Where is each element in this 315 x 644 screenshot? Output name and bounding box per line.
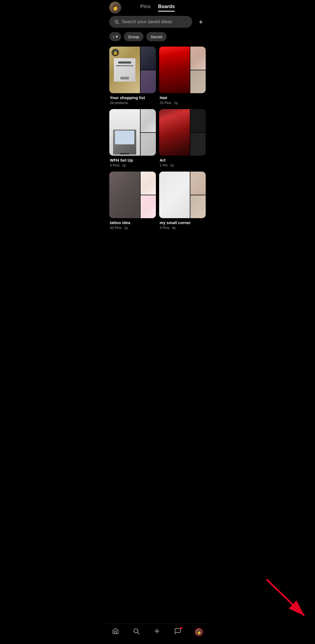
tab-pins[interactable]: Pins <box>140 4 150 11</box>
board-meta-vanity: 4 Pins 4y <box>160 226 205 230</box>
board-info-art: Art 1 Pin 2y <box>159 156 206 168</box>
nav-profile[interactable]: 👩 <box>192 627 206 637</box>
bottom-nav: 👩 <box>105 624 210 644</box>
board-img-hair-3 <box>190 70 206 93</box>
board-card-shopping[interactable]: 🔒 Your shopping list All products <box>109 47 156 106</box>
search-placeholder: Search your saved ideas <box>122 19 172 25</box>
secret-filter-chip[interactable]: Secret <box>146 32 166 41</box>
board-img-art-2 <box>190 109 206 132</box>
board-card-vanity[interactable]: my small corner 4 Pins 4y <box>159 172 206 231</box>
nav-home[interactable] <box>109 626 122 638</box>
group-filter-chip[interactable]: Group <box>124 32 144 41</box>
sort-dropdown-icon: ▾ <box>116 34 118 39</box>
board-img-shopping-2 <box>141 47 156 70</box>
board-info-hair: Hair 25 Pins 1y <box>159 93 206 106</box>
board-img-art-3 <box>190 133 206 156</box>
board-img-tattoo-3 <box>141 195 156 218</box>
board-card-art[interactable]: Art 1 Pin 2y <box>159 109 206 168</box>
profile-nav-avatar: 👩 <box>195 628 203 636</box>
board-img-wfh-main <box>109 109 140 156</box>
nav-search[interactable] <box>130 626 143 638</box>
search-nav-icon <box>133 628 140 636</box>
sort-chip[interactable]: ↕ ▾ <box>109 32 121 41</box>
board-name-tattoo: tattoo idea <box>110 220 155 225</box>
board-card-hair[interactable]: Hair 25 Pins 1y <box>159 47 206 106</box>
nav-tabs: Pins Boards <box>140 4 175 11</box>
board-img-vanity-3 <box>190 195 206 218</box>
board-name-wfh: WFH Set Up <box>110 158 155 163</box>
board-meta-shopping: All products <box>110 101 155 105</box>
board-img-art-main <box>159 109 190 156</box>
home-icon <box>112 628 119 636</box>
add-button[interactable]: + <box>196 17 206 27</box>
sort-arrows-icon: ↕ <box>113 34 115 39</box>
board-images-hair <box>159 47 206 93</box>
board-img-vanity-main <box>159 172 190 218</box>
filter-row: ↕ ▾ Group Secret <box>105 31 210 46</box>
board-images-tattoo <box>109 172 156 218</box>
board-img-tattoo-main <box>109 172 140 218</box>
board-meta-hair: 25 Pins 1y <box>160 101 205 105</box>
messages-icon <box>174 628 181 636</box>
tab-boards[interactable]: Boards <box>158 4 175 11</box>
board-images-shopping: 🔒 <box>109 47 156 93</box>
board-img-hair-main <box>159 47 190 93</box>
svg-line-5 <box>138 632 139 634</box>
board-name-shopping: Your shopping list <box>110 95 155 100</box>
board-images-art <box>159 109 206 156</box>
user-avatar[interactable]: 👩 <box>109 2 121 13</box>
search-icon <box>114 19 119 24</box>
board-card-tattoo[interactable]: tattoo idea 40 Pins 2y <box>109 172 156 231</box>
board-img-wfh-2 <box>141 109 156 132</box>
svg-line-1 <box>117 23 118 24</box>
lock-badge: 🔒 <box>111 49 119 56</box>
search-section: Search your saved ideas + <box>105 11 210 31</box>
board-info-vanity: my small corner 4 Pins 4y <box>159 218 206 231</box>
message-notification-dot <box>180 627 182 629</box>
board-meta-art: 1 Pin 2y <box>160 163 205 167</box>
board-info-tattoo: tattoo idea 40 Pins 2y <box>109 218 156 231</box>
board-images-wfh <box>109 109 156 156</box>
board-meta-wfh: 4 Pins 2y <box>110 163 155 167</box>
board-name-art: Art <box>160 158 205 163</box>
board-info-shopping: Your shopping list All products <box>109 93 156 106</box>
avatar-image: 👩 <box>109 2 121 13</box>
boards-grid: 🔒 Your shopping list All products Hair 2… <box>105 46 210 252</box>
board-img-wfh-3 <box>141 133 156 156</box>
board-images-vanity <box>159 172 206 218</box>
board-img-shopping-3 <box>141 70 156 93</box>
header: 👩 Pins Boards <box>105 0 210 11</box>
board-img-tattoo-2 <box>141 172 156 195</box>
nav-messages[interactable] <box>171 626 184 638</box>
board-name-vanity: my small corner <box>160 220 205 225</box>
board-name-hair: Hair <box>160 95 205 100</box>
board-meta-tattoo: 40 Pins 2y <box>110 226 155 230</box>
board-img-vanity-2 <box>190 172 206 195</box>
search-bar[interactable]: Search your saved ideas <box>109 16 192 28</box>
board-img-hair-2 <box>190 47 206 70</box>
board-card-wfh[interactable]: WFH Set Up 4 Pins 2y <box>109 109 156 168</box>
nav-add[interactable] <box>150 626 164 638</box>
board-info-wfh: WFH Set Up 4 Pins 2y <box>109 156 156 168</box>
add-nav-icon <box>153 628 160 636</box>
